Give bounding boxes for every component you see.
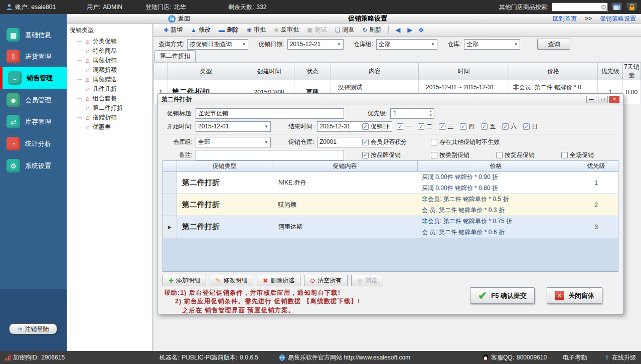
detail-row[interactable]: 第二件打折 NIKE,乔丹 买满 0.00件 铭牌价 * 0.90 折买满 0.… [163, 172, 618, 194]
logout-button[interactable]: ➔ 注销登陆 [9, 323, 57, 334]
clear-all-button[interactable]: ⊖清空所有 [304, 275, 348, 286]
tree-header: 促销类型 [67, 24, 152, 37]
sidebar-item-inventory[interactable]: ⇄ 库存管理 [0, 111, 67, 132]
back-button[interactable]: ◀ 返回 [168, 15, 190, 23]
store-search-input[interactable] [552, 3, 608, 12]
tree-item-category-promo[interactable]: ⌂分类促销 [67, 37, 152, 46]
lock-button[interactable] [626, 2, 638, 12]
tree-item-amount-gift[interactable]: ⌂满额赠送 [67, 75, 152, 84]
unapprove-button[interactable]: ✾反审批 [270, 25, 303, 35]
edit-detail-button[interactable]: ✎修改明细 [210, 275, 253, 286]
warehouse-group-select[interactable]: 全部▼ [196, 137, 271, 147]
sidebar-item-purchase[interactable]: ⇩ 进货管理 [0, 46, 67, 67]
tab-second-item-discount[interactable]: 第二件折扣 [154, 50, 196, 62]
by-category-checkbox[interactable]: 按类别促销 [431, 151, 469, 159]
prev-page-button[interactable]: ◀ [392, 26, 404, 34]
other-promo-checkbox[interactable]: 存在其他促销时不生效 [431, 138, 500, 146]
home-link[interactable]: 回到首页 [553, 15, 577, 23]
row-selector[interactable] [163, 194, 177, 216]
by-goods-checkbox[interactable]: 按货品促销 [496, 151, 535, 159]
promo-day-sun[interactable]: 日 [523, 122, 538, 131]
next-page-button[interactable]: ▶ [404, 26, 416, 34]
add-button[interactable]: ✚新增 [159, 25, 187, 35]
toolbar-separator [388, 26, 389, 34]
row-selector-header [163, 161, 177, 171]
add-detail-button[interactable]: ✚添加明细 [163, 275, 206, 286]
window-panel-button[interactable] [611, 2, 623, 12]
minimize-button[interactable]: — [586, 96, 596, 103]
checkbox-icon[interactable] [481, 123, 488, 130]
tree-item-bundle-discount[interactable]: ⌂搭赠折扣 [67, 113, 152, 122]
tree-item-second-item-discount[interactable]: ⌂第二件打折 [67, 103, 152, 113]
checkbox-icon[interactable] [431, 139, 437, 145]
qq-support[interactable]: 客服QQ: 800009610 [483, 351, 547, 364]
remark-input[interactable] [196, 150, 344, 160]
attendance-link[interactable]: 电子考勤 [563, 351, 587, 364]
all-store-checkbox[interactable]: 全场促销 [561, 151, 594, 159]
checkbox-icon[interactable] [460, 123, 466, 130]
tree-item-amount-rebate[interactable]: ⌂满额折额 [67, 65, 152, 75]
checkbox-icon[interactable] [561, 152, 568, 158]
priority-stepper[interactable]: 1▲▼ [390, 108, 434, 119]
sidebar-item-statistics[interactable]: ◔ 统计分析 [0, 133, 67, 154]
detail-row[interactable]: 第二件打折 哎尚颖 非会员: 第二件 铭牌单价 * 0.5 折会 员: 第二件 … [163, 194, 618, 216]
warehouse-select[interactable]: 全部▼ [464, 39, 520, 50]
close-icon[interactable]: ✕ [609, 96, 619, 103]
browse-button[interactable]: ❏浏览 [331, 25, 358, 35]
checkbox-icon[interactable] [362, 123, 369, 130]
refresh-button[interactable]: ↻刷新 [358, 25, 385, 35]
tree-item-special-price[interactable]: ⌂特价商品 [67, 46, 152, 56]
maximize-button[interactable]: ▢ [598, 96, 608, 103]
member-points-checkbox[interactable]: 会员是否积分 [362, 138, 407, 146]
spinner-arrows-icon[interactable]: ▲▼ [429, 109, 432, 117]
checkbox-icon[interactable] [362, 152, 369, 158]
promo-day-mon[interactable]: 一 [397, 122, 411, 131]
checkbox-icon[interactable] [362, 139, 369, 145]
official-website-link[interactable]: 易售乐软件官方网站 http://www.esalesoft.com [279, 351, 410, 364]
test-button[interactable]: ▣测试 [303, 25, 331, 35]
query-button[interactable]: 查询 [537, 39, 570, 50]
tree-item-combo[interactable]: ⌂组合套餐 [67, 94, 152, 103]
book-icon[interactable]: ❖ [416, 26, 424, 34]
search-icon[interactable] [601, 5, 606, 10]
promo-title-input[interactable]: 圣诞节促销 [196, 108, 344, 119]
sidebar-item-settings[interactable]: ⚙ 系统设置 [0, 155, 67, 176]
start-time-select[interactable]: 2015-12-01▼ [196, 121, 271, 132]
detail-row-selected[interactable]: ▶ 第二件打折 阿里达斯 非会员: 第二件 铭牌单价 * 0.75 折会 员: … [163, 216, 618, 238]
warehouse-group-select[interactable]: 全部▼ [376, 39, 437, 50]
tree-item-qty-discount[interactable]: ⌂几件几折 [67, 84, 152, 94]
row-selector[interactable] [163, 172, 177, 194]
promo-day-sat[interactable]: 六 [502, 122, 517, 131]
promo-day-fri[interactable]: 五 [481, 122, 496, 131]
dialog-titlebar[interactable]: 第二件打折 — ▢ ✕ [157, 94, 623, 105]
checkbox-icon[interactable] [397, 123, 403, 130]
browse-detail-button[interactable]: ◎浏览 [351, 275, 383, 286]
promo-day-thu[interactable]: 四 [460, 122, 474, 131]
query-method-select[interactable]: 按促销日期查询▼ [187, 39, 248, 50]
promo-day-tue[interactable]: 二 [418, 122, 432, 131]
approve-button[interactable]: ✾审批 [243, 25, 270, 35]
delete-button[interactable]: ▬删除 [215, 25, 243, 35]
sidebar-item-members[interactable]: ☻ 会员管理 [0, 89, 67, 111]
online-upgrade-link[interactable]: ⇧ 在线升级 [604, 351, 636, 364]
checkbox-icon[interactable] [502, 123, 509, 130]
dialog-title: 第二件打折 [162, 95, 192, 104]
by-brand-checkbox[interactable]: 按品牌促销 [362, 151, 401, 159]
delete-selected-button[interactable]: ✖删除所选 [257, 275, 300, 286]
promo-date-select[interactable]: 2015-12-21▼ [287, 39, 344, 50]
checkbox-icon[interactable] [418, 123, 424, 130]
promo-day-wed[interactable]: 三 [439, 122, 453, 131]
promo-days-master-checkbox[interactable]: 促销日: [362, 122, 390, 131]
checkbox-icon[interactable] [523, 123, 530, 130]
tree-item-coupon[interactable]: ⌂优惠券 [67, 122, 152, 132]
edit-button[interactable]: ▲修改 [187, 25, 215, 35]
checkbox-icon[interactable] [431, 152, 437, 158]
checkbox-icon[interactable] [439, 123, 445, 130]
tree-item-amount-discount[interactable]: ⌂满额折扣 [67, 56, 152, 65]
submit-button[interactable]: ✔F5 确认提交 [470, 287, 535, 304]
sidebar-item-basic-info[interactable]: ▦ 基础信息 [0, 24, 67, 46]
checkbox-icon[interactable] [496, 152, 503, 158]
sidebar-item-sales[interactable]: ◒ 销售管理 [0, 67, 67, 89]
close-window-button[interactable]: ✕关闭窗体 [547, 287, 602, 304]
selected-row-arrow-icon[interactable]: ▶ [163, 216, 177, 238]
